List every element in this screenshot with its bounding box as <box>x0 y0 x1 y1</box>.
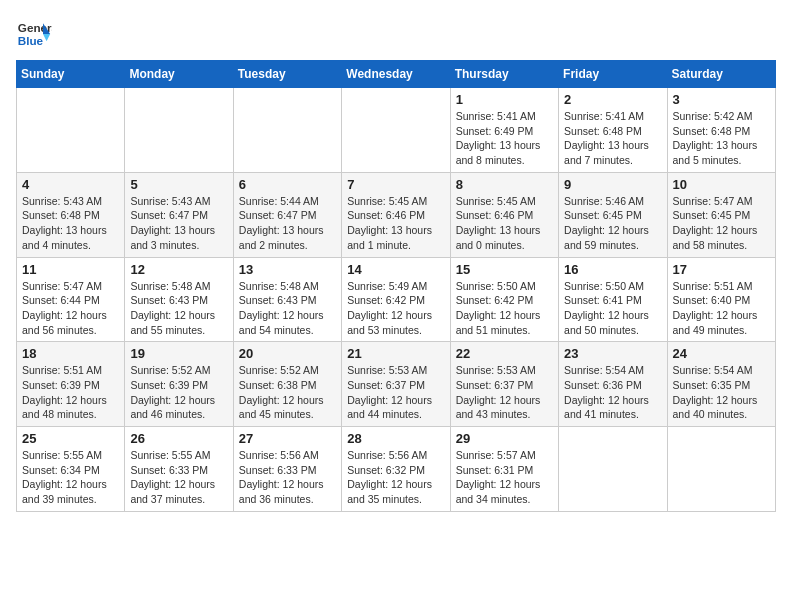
day-info: Sunrise: 5:43 AM Sunset: 6:47 PM Dayligh… <box>130 194 227 253</box>
day-info: Sunrise: 5:54 AM Sunset: 6:35 PM Dayligh… <box>673 363 770 422</box>
day-number: 13 <box>239 262 336 277</box>
calendar-cell: 28Sunrise: 5:56 AM Sunset: 6:32 PM Dayli… <box>342 427 450 512</box>
day-number: 11 <box>22 262 119 277</box>
calendar-cell: 12Sunrise: 5:48 AM Sunset: 6:43 PM Dayli… <box>125 257 233 342</box>
day-info: Sunrise: 5:52 AM Sunset: 6:39 PM Dayligh… <box>130 363 227 422</box>
calendar-cell: 29Sunrise: 5:57 AM Sunset: 6:31 PM Dayli… <box>450 427 558 512</box>
calendar-cell: 1Sunrise: 5:41 AM Sunset: 6:49 PM Daylig… <box>450 88 558 173</box>
day-info: Sunrise: 5:50 AM Sunset: 6:42 PM Dayligh… <box>456 279 553 338</box>
day-info: Sunrise: 5:43 AM Sunset: 6:48 PM Dayligh… <box>22 194 119 253</box>
day-info: Sunrise: 5:56 AM Sunset: 6:32 PM Dayligh… <box>347 448 444 507</box>
day-header-wednesday: Wednesday <box>342 61 450 88</box>
calendar-cell: 14Sunrise: 5:49 AM Sunset: 6:42 PM Dayli… <box>342 257 450 342</box>
day-header-saturday: Saturday <box>667 61 775 88</box>
calendar-cell: 6Sunrise: 5:44 AM Sunset: 6:47 PM Daylig… <box>233 172 341 257</box>
day-info: Sunrise: 5:46 AM Sunset: 6:45 PM Dayligh… <box>564 194 661 253</box>
day-info: Sunrise: 5:47 AM Sunset: 6:44 PM Dayligh… <box>22 279 119 338</box>
day-number: 8 <box>456 177 553 192</box>
logo-icon: General Blue <box>16 16 52 52</box>
calendar-cell: 7Sunrise: 5:45 AM Sunset: 6:46 PM Daylig… <box>342 172 450 257</box>
day-number: 29 <box>456 431 553 446</box>
calendar-cell: 4Sunrise: 5:43 AM Sunset: 6:48 PM Daylig… <box>17 172 125 257</box>
calendar-cell: 26Sunrise: 5:55 AM Sunset: 6:33 PM Dayli… <box>125 427 233 512</box>
day-header-monday: Monday <box>125 61 233 88</box>
day-info: Sunrise: 5:51 AM Sunset: 6:39 PM Dayligh… <box>22 363 119 422</box>
day-number: 15 <box>456 262 553 277</box>
calendar-cell: 2Sunrise: 5:41 AM Sunset: 6:48 PM Daylig… <box>559 88 667 173</box>
logo: General Blue <box>16 16 52 52</box>
day-number: 21 <box>347 346 444 361</box>
calendar-cell: 17Sunrise: 5:51 AM Sunset: 6:40 PM Dayli… <box>667 257 775 342</box>
day-info: Sunrise: 5:48 AM Sunset: 6:43 PM Dayligh… <box>239 279 336 338</box>
day-number: 2 <box>564 92 661 107</box>
day-info: Sunrise: 5:51 AM Sunset: 6:40 PM Dayligh… <box>673 279 770 338</box>
day-number: 17 <box>673 262 770 277</box>
day-number: 19 <box>130 346 227 361</box>
day-number: 23 <box>564 346 661 361</box>
calendar-cell: 15Sunrise: 5:50 AM Sunset: 6:42 PM Dayli… <box>450 257 558 342</box>
day-number: 3 <box>673 92 770 107</box>
calendar-cell: 19Sunrise: 5:52 AM Sunset: 6:39 PM Dayli… <box>125 342 233 427</box>
calendar-cell: 18Sunrise: 5:51 AM Sunset: 6:39 PM Dayli… <box>17 342 125 427</box>
day-info: Sunrise: 5:52 AM Sunset: 6:38 PM Dayligh… <box>239 363 336 422</box>
day-number: 1 <box>456 92 553 107</box>
day-info: Sunrise: 5:55 AM Sunset: 6:34 PM Dayligh… <box>22 448 119 507</box>
calendar-cell: 25Sunrise: 5:55 AM Sunset: 6:34 PM Dayli… <box>17 427 125 512</box>
calendar-header-row: SundayMondayTuesdayWednesdayThursdayFrid… <box>17 61 776 88</box>
calendar-week-row: 1Sunrise: 5:41 AM Sunset: 6:49 PM Daylig… <box>17 88 776 173</box>
calendar-cell: 13Sunrise: 5:48 AM Sunset: 6:43 PM Dayli… <box>233 257 341 342</box>
day-number: 28 <box>347 431 444 446</box>
day-number: 5 <box>130 177 227 192</box>
calendar-cell: 10Sunrise: 5:47 AM Sunset: 6:45 PM Dayli… <box>667 172 775 257</box>
day-number: 24 <box>673 346 770 361</box>
calendar-cell: 16Sunrise: 5:50 AM Sunset: 6:41 PM Dayli… <box>559 257 667 342</box>
day-number: 25 <box>22 431 119 446</box>
day-header-sunday: Sunday <box>17 61 125 88</box>
day-number: 14 <box>347 262 444 277</box>
day-info: Sunrise: 5:53 AM Sunset: 6:37 PM Dayligh… <box>456 363 553 422</box>
day-info: Sunrise: 5:56 AM Sunset: 6:33 PM Dayligh… <box>239 448 336 507</box>
day-header-tuesday: Tuesday <box>233 61 341 88</box>
calendar-cell: 3Sunrise: 5:42 AM Sunset: 6:48 PM Daylig… <box>667 88 775 173</box>
day-info: Sunrise: 5:55 AM Sunset: 6:33 PM Dayligh… <box>130 448 227 507</box>
calendar-week-row: 25Sunrise: 5:55 AM Sunset: 6:34 PM Dayli… <box>17 427 776 512</box>
calendar-cell: 22Sunrise: 5:53 AM Sunset: 6:37 PM Dayli… <box>450 342 558 427</box>
day-number: 6 <box>239 177 336 192</box>
calendar-week-row: 4Sunrise: 5:43 AM Sunset: 6:48 PM Daylig… <box>17 172 776 257</box>
day-number: 12 <box>130 262 227 277</box>
day-number: 26 <box>130 431 227 446</box>
day-number: 10 <box>673 177 770 192</box>
day-info: Sunrise: 5:42 AM Sunset: 6:48 PM Dayligh… <box>673 109 770 168</box>
day-info: Sunrise: 5:54 AM Sunset: 6:36 PM Dayligh… <box>564 363 661 422</box>
calendar-cell <box>667 427 775 512</box>
svg-text:Blue: Blue <box>18 34 44 47</box>
day-info: Sunrise: 5:41 AM Sunset: 6:49 PM Dayligh… <box>456 109 553 168</box>
calendar-cell: 27Sunrise: 5:56 AM Sunset: 6:33 PM Dayli… <box>233 427 341 512</box>
day-info: Sunrise: 5:47 AM Sunset: 6:45 PM Dayligh… <box>673 194 770 253</box>
calendar-cell: 21Sunrise: 5:53 AM Sunset: 6:37 PM Dayli… <box>342 342 450 427</box>
day-number: 27 <box>239 431 336 446</box>
day-info: Sunrise: 5:45 AM Sunset: 6:46 PM Dayligh… <box>347 194 444 253</box>
day-info: Sunrise: 5:53 AM Sunset: 6:37 PM Dayligh… <box>347 363 444 422</box>
day-number: 4 <box>22 177 119 192</box>
calendar-cell <box>233 88 341 173</box>
calendar-cell: 5Sunrise: 5:43 AM Sunset: 6:47 PM Daylig… <box>125 172 233 257</box>
calendar-cell: 24Sunrise: 5:54 AM Sunset: 6:35 PM Dayli… <box>667 342 775 427</box>
calendar-cell: 11Sunrise: 5:47 AM Sunset: 6:44 PM Dayli… <box>17 257 125 342</box>
day-number: 9 <box>564 177 661 192</box>
day-info: Sunrise: 5:49 AM Sunset: 6:42 PM Dayligh… <box>347 279 444 338</box>
day-info: Sunrise: 5:44 AM Sunset: 6:47 PM Dayligh… <box>239 194 336 253</box>
day-number: 18 <box>22 346 119 361</box>
day-header-friday: Friday <box>559 61 667 88</box>
day-number: 16 <box>564 262 661 277</box>
day-info: Sunrise: 5:45 AM Sunset: 6:46 PM Dayligh… <box>456 194 553 253</box>
day-info: Sunrise: 5:48 AM Sunset: 6:43 PM Dayligh… <box>130 279 227 338</box>
day-header-thursday: Thursday <box>450 61 558 88</box>
page-header: General Blue <box>16 16 776 52</box>
calendar-cell: 20Sunrise: 5:52 AM Sunset: 6:38 PM Dayli… <box>233 342 341 427</box>
calendar-cell <box>342 88 450 173</box>
calendar-week-row: 11Sunrise: 5:47 AM Sunset: 6:44 PM Dayli… <box>17 257 776 342</box>
svg-marker-3 <box>43 34 50 41</box>
day-number: 22 <box>456 346 553 361</box>
calendar-cell <box>17 88 125 173</box>
